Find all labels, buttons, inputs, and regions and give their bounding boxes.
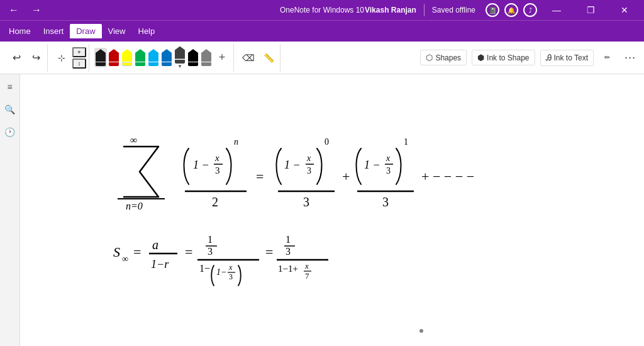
summation-symbol: n=0 ∞ [118,135,165,211]
move-down-button[interactable]: ↕ [72,59,86,69]
menu-insert[interactable]: Insert [37,24,70,38]
menu-bar: Home Insert Draw View Help [0,20,644,42]
svg-text:1−1+: 1−1+ [278,264,298,274]
term-2: 1 − x 3 1 3 [357,137,414,209]
ink-text-icon: Ꭿ [546,53,552,63]
svg-text:7: 7 [305,271,309,281]
saved-status: Saved offline [432,6,475,14]
share-icon[interactable]: ⤴ [523,3,537,17]
add-pen-button[interactable]: + [213,46,231,70]
eraser-button[interactable]: ⌫ [239,46,258,70]
svg-text:∞: ∞ [130,135,137,145]
title-bar-left: ← → [5,2,45,18]
lasso-icon: ⊹ [58,53,65,63]
fraction-complex: 1 3 1− 1− x 3 [197,234,259,286]
shapes-label: Shapes [435,53,461,62]
svg-text:=: = [133,244,141,260]
svg-text:3: 3 [208,246,213,257]
ink-to-text-button[interactable]: Ꭿ Ink to Text [540,50,594,66]
svg-text:3: 3 [303,195,309,209]
forward-button[interactable]: → [28,2,45,18]
separator [424,4,425,16]
pen-gray[interactable] [200,48,213,67]
main-fraction: 1 − x 3 n 2 [184,137,247,209]
highlighter-cyan[interactable] [147,48,160,67]
svg-text:=: = [185,244,192,260]
redo-button[interactable]: ↪ [27,46,45,70]
redo-icon: ↪ [32,52,40,64]
svg-text:S: S [113,244,120,260]
app-title: OneNote for Windows 10 [280,6,364,14]
svg-text:a: a [152,238,158,252]
menu-view[interactable]: View [102,24,132,38]
ink-to-shape-button[interactable]: ⬢ Ink to Shape [472,50,535,65]
pen-red[interactable] [108,48,120,67]
ruler-button[interactable]: 📏 [260,46,277,70]
svg-text:1: 1 [208,234,213,245]
move-up-button[interactable]: + [72,47,86,57]
svg-text:1: 1 [286,234,291,245]
lasso-group: ⊹ + ↕ [50,44,89,72]
svg-text:+ − − − −: + − − − − [421,169,474,184]
app-body: ≡ 🔍 🕐 n=0 ∞ 1 [0,74,644,346]
svg-text:3: 3 [286,246,291,257]
eraser-icon: ⌫ [242,53,255,63]
pen-dropdown-arrow[interactable]: ▼ [177,64,182,69]
maximize-button[interactable]: ❐ [576,0,605,20]
sidebar-history[interactable]: 🕐 [3,125,18,140]
undo-button[interactable]: ↩ [8,46,25,70]
sidebar-notebooks[interactable]: ≡ [3,79,18,94]
ink-to-shape-label: Ink to Shape [487,53,529,62]
canvas-area[interactable]: n=0 ∞ 1 − x 3 n [20,74,644,346]
pen-black2[interactable] [187,48,199,67]
highlighter-yellow[interactable] [121,48,133,67]
svg-text:+: + [342,169,350,184]
svg-text:3: 3 [307,166,311,176]
svg-text:1 −: 1 − [364,159,380,171]
sidebar-search[interactable]: 🔍 [3,102,18,117]
svg-text:1 −: 1 − [284,159,301,171]
svg-text:x: x [386,153,391,163]
svg-text:1−: 1− [199,263,210,274]
minimize-button[interactable]: — [542,0,571,20]
shapes-button[interactable]: ⬡ Shapes [420,50,467,65]
svg-text:2: 2 [212,195,218,209]
menu-draw[interactable]: Draw [70,24,101,38]
term-1: 1 − x 3 0 3 [277,137,335,209]
svg-text:=: = [265,244,273,260]
svg-point-52 [419,329,423,333]
more-icon: ··· [625,51,636,64]
menu-home[interactable]: Home [3,24,37,38]
menu-help[interactable]: Help [132,24,162,38]
svg-text:x: x [304,261,309,271]
more-button[interactable]: ··· [621,46,639,70]
svg-text:3: 3 [229,272,233,281]
svg-text:x: x [228,263,233,272]
pen-blue[interactable] [160,48,173,67]
close-button[interactable]: ✕ [610,0,639,20]
notebook-icon[interactable]: 📓 [486,3,499,17]
ink-shape-icon: ⬢ [477,53,484,62]
svg-text:3: 3 [382,195,389,209]
svg-text:0: 0 [325,137,329,147]
draw-tool-button[interactable]: ✏ [599,46,616,70]
title-bar: ← → OneNote for Windows 10 Vikash Ranjan… [0,0,644,20]
draw-icon: ✏ [604,53,610,62]
math-content: n=0 ∞ 1 − x 3 n [20,74,644,346]
ribbon-right: ⬡ Shapes ⬢ Ink to Shape Ꭿ Ink to Text ✏ … [420,46,639,70]
ruler-icon: 📏 [264,53,274,63]
svg-text:x: x [306,153,311,163]
pen-black[interactable] [94,48,107,67]
highlighter-green[interactable] [134,48,147,67]
pen-darkgray[interactable]: ▼ [174,45,186,70]
lasso-button[interactable]: ⊹ [53,46,70,70]
bell-icon[interactable]: 🔔 [504,3,518,17]
a-over-1-r: a 1−r [149,238,177,271]
sidebar: ≡ 🔍 🕐 [0,74,20,346]
shapes-icon: ⬡ [426,53,433,62]
back-button[interactable]: ← [5,2,23,18]
svg-text:1−: 1− [216,267,226,277]
svg-text:n=0: n=0 [126,201,143,211]
svg-text:3: 3 [215,165,220,176]
eraser-group: ⌫ 📏 [236,44,280,72]
